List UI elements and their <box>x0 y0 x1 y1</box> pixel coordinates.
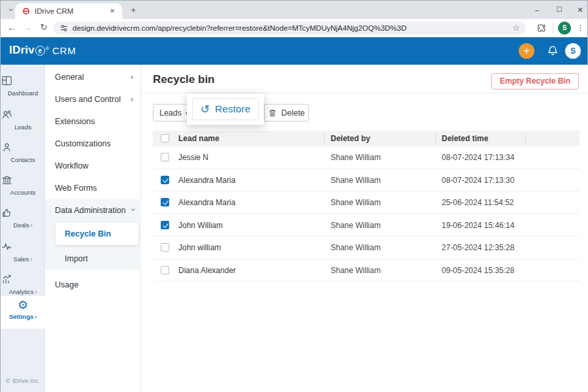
settings-menu: General› Users and Control› Extensions C… <box>45 65 141 392</box>
copyright-text: © IDrive Inc. <box>6 377 40 384</box>
refresh-icon[interactable]: ↻ <box>38 22 50 32</box>
browser-toolbar: ← → ↻ design.devidrivecrm.com/app/recycl… <box>1 19 587 37</box>
restore-popup: ↺ Restore <box>187 93 264 125</box>
cell-deleted-by: Shane William <box>331 169 381 192</box>
table-row[interactable]: John williamShane William27-05-2024 12:3… <box>153 237 580 259</box>
minimize-icon[interactable]: – <box>527 2 547 18</box>
select-all-checkbox[interactable] <box>161 134 169 142</box>
delete-button[interactable]: Delete <box>264 104 309 122</box>
empty-recycle-bin-button[interactable]: Empty Recycle Bin <box>491 73 579 90</box>
cell-deleted-time: 25-06-2024 11:54:52 <box>442 191 514 214</box>
menu-item-general[interactable]: General› <box>45 66 141 88</box>
cell-lead-name: Jessie N <box>178 146 208 169</box>
table-row[interactable]: Alexandra MariaShane William25-06-2024 1… <box>153 191 580 214</box>
tab-close-icon[interactable]: ✕ <box>108 7 117 16</box>
column-separator <box>525 133 526 144</box>
new-tab-icon[interactable]: + <box>127 4 139 16</box>
browser-menu-icon[interactable]: ⋮ <box>576 22 585 35</box>
row-checkbox[interactable] <box>161 221 169 229</box>
close-icon[interactable]: ✕ <box>570 2 588 18</box>
table-row[interactable]: Diana AlexanderShane William09-05-2024 1… <box>153 259 580 282</box>
toolbar-divider <box>553 24 553 33</box>
cell-lead-name: John William <box>178 214 223 237</box>
cell-lead-name: Diana Alexander <box>178 259 236 282</box>
user-avatar[interactable]: S <box>565 43 581 59</box>
menu-item-import[interactable]: Import <box>45 248 141 270</box>
row-checkbox[interactable] <box>161 153 169 161</box>
browser-profile-avatar[interactable]: S <box>558 22 571 35</box>
row-checkbox[interactable] <box>161 266 169 274</box>
row-checkbox[interactable] <box>161 243 169 252</box>
sidebar-item-sales[interactable]: Sales› <box>1 238 45 270</box>
menu-item-workflow[interactable]: Workflow <box>45 155 141 177</box>
site-settings-icon[interactable] <box>59 23 69 33</box>
sidebar-item-dashboard[interactable]: Dashboard <box>1 73 45 104</box>
quick-add-button[interactable]: + <box>519 43 534 59</box>
restore-button[interactable]: ↺ Restore <box>192 98 259 120</box>
cell-deleted-by: Shane William <box>331 237 381 259</box>
chevron-right-icon: › <box>131 66 133 88</box>
browser-window: › IDrive CRM ✕ + – ☐ ✕ ← → ↻ design.devi… <box>0 0 588 392</box>
sidebar-item-contacts[interactable]: Contacts <box>1 139 45 171</box>
cell-deleted-time: 08-07-2024 17:13:34 <box>442 146 514 169</box>
url-bar[interactable]: design.devidrivecrm.com/app/recyclebin?r… <box>53 22 526 35</box>
restore-icon: ↺ <box>201 104 210 115</box>
maximize-icon[interactable]: ☐ <box>549 2 569 18</box>
sidebar-item-leads[interactable]: Leads <box>1 106 45 138</box>
table-row[interactable]: Jessie NShane William08-07-2024 17:13:34 <box>153 146 580 169</box>
extensions-icon[interactable] <box>536 23 546 33</box>
tab-strip: › IDrive CRM ✕ + – ☐ ✕ <box>1 1 587 19</box>
tab-title: IDrive CRM <box>35 7 73 15</box>
column-separator <box>324 133 325 144</box>
cell-deleted-time: 27-05-2024 12:35:28 <box>442 237 514 259</box>
table-row[interactable]: Alexandra MariaShane William08-07-2024 1… <box>153 169 580 192</box>
notifications-bell-icon[interactable] <box>546 44 559 57</box>
menu-item-web-forms[interactable]: Web Forms <box>45 177 141 199</box>
column-separator <box>435 133 436 144</box>
cell-lead-name: John william <box>178 237 221 259</box>
menu-item-recycle-bin[interactable]: Recycle Bin <box>56 223 139 245</box>
forward-icon[interactable]: → <box>22 22 33 33</box>
column-lead-name: Lead name <box>178 131 220 146</box>
menu-item-extensions[interactable]: Extensions <box>45 110 141 133</box>
sidebar-item-settings[interactable]: ⚙Settings› <box>1 296 45 329</box>
cell-deleted-by: Shane William <box>331 191 381 214</box>
idrive-favicon-icon <box>22 7 30 15</box>
accounts-icon <box>1 174 45 188</box>
page-title: Recycle bin <box>153 73 215 86</box>
table-row[interactable]: John WilliamShane William19-06-2024 15:4… <box>153 214 580 237</box>
dashboard-icon <box>1 74 45 89</box>
cell-lead-name: Alexandra Maria <box>178 191 235 214</box>
deals-icon <box>1 206 45 221</box>
sales-icon <box>1 240 45 255</box>
table-header: Lead name Deleted by Deleted time <box>153 131 580 146</box>
cell-deleted-time: 19-06-2024 15:46:14 <box>442 214 514 237</box>
nav-rail: DashboardLeadsContactsAccountsDeals›Sale… <box>1 65 45 392</box>
back-icon[interactable]: ← <box>6 22 18 33</box>
row-checkbox[interactable] <box>161 176 169 184</box>
cell-deleted-time: 08-07-2024 17:13:30 <box>442 169 514 192</box>
menu-group-data-administration: Data Administration› Recycle Bin Import <box>45 199 141 270</box>
row-checkbox[interactable] <box>161 198 169 206</box>
menu-item-data-administration[interactable]: Data Administration› <box>45 199 141 221</box>
sidebar-item-deals[interactable]: Deals› <box>1 204 45 236</box>
sidebar-item-accounts[interactable]: Accounts <box>1 172 45 203</box>
leads-icon <box>1 108 45 123</box>
browser-tab[interactable]: IDrive CRM ✕ <box>15 3 122 19</box>
menu-item-customizations[interactable]: Customizations <box>45 133 141 155</box>
cell-deleted-by: Shane William <box>331 259 381 282</box>
trash-icon <box>268 108 277 118</box>
cell-deleted-by: Shane William <box>331 146 381 169</box>
cell-deleted-by: Shane William <box>331 214 381 237</box>
menu-item-users-and-control[interactable]: Users and Control› <box>45 88 141 110</box>
settings-icon: ⚙ <box>1 298 45 312</box>
cell-lead-name: Alexandra Maria <box>178 169 235 192</box>
contacts-icon <box>1 141 45 155</box>
app-header: IDrive®CRM + S <box>1 37 587 65</box>
chevron-right-icon: › <box>131 88 133 110</box>
analytics-icon <box>1 273 45 287</box>
url-text: design.devidrivecrm.com/app/recyclebin?r… <box>73 22 406 35</box>
bookmark-star-icon[interactable]: ☆ <box>512 22 520 35</box>
main-content: Recycle bin Empty Recycle Bin Leads ▾ De… <box>141 65 588 392</box>
menu-item-usage[interactable]: Usage <box>45 274 141 296</box>
